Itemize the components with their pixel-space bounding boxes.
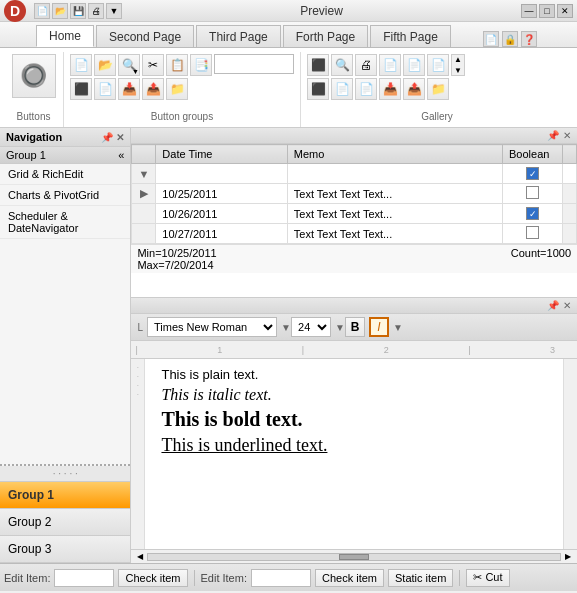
nav-close-icon[interactable]: ✕ — [116, 132, 124, 143]
row-3-memo[interactable]: Text Text Text Text... — [287, 224, 502, 244]
nav-group-1[interactable]: Group 1 — [0, 482, 130, 509]
gallery-btn-9[interactable]: 📄 — [355, 78, 377, 100]
gallery-btn-11[interactable]: 📤 — [403, 78, 425, 100]
sb-edit-input-2[interactable] — [251, 569, 311, 587]
grid-col-indicator — [132, 145, 156, 164]
ribbon-btn-2[interactable]: 📂 — [94, 54, 116, 76]
rt-font-dropdown[interactable]: ▼ — [281, 322, 287, 333]
rt-scrollbar[interactable] — [147, 553, 561, 561]
minimize-button[interactable]: — — [521, 4, 537, 18]
tab-icon-2[interactable]: 🔒 — [502, 31, 518, 47]
ribbon-btn-6[interactable]: 📑 — [190, 54, 212, 76]
rt-line-2: This is italic text. — [161, 386, 547, 404]
nav-group-3[interactable]: Group 3 — [0, 536, 130, 563]
ribbon-buttons-section: 🔘 Buttons — [4, 52, 64, 127]
nav-resize-handle[interactable]: · · · · · — [0, 466, 130, 482]
ribbon-btn-9[interactable]: 📥 — [118, 78, 140, 100]
rt-scroll-bar[interactable]: ◀ ▶ — [131, 549, 577, 563]
grid-col-datetime[interactable]: Date Time — [156, 145, 287, 164]
nav-item-grid[interactable]: Grid & RichEdit — [0, 164, 130, 185]
rt-toolbar-more[interactable]: ▼ — [393, 322, 403, 333]
row-2-checkbox[interactable] — [526, 207, 539, 220]
gallery-btn-12[interactable]: 📁 — [427, 78, 449, 100]
nav-collapse-icon[interactable]: « — [118, 149, 124, 161]
rt-scroll-v[interactable] — [563, 359, 577, 549]
row-3-date[interactable]: 10/27/2011 — [156, 224, 287, 244]
nav-item-charts[interactable]: Charts & PivotGrid — [0, 185, 130, 206]
row-1-memo[interactable]: Text Text Text Text... — [287, 184, 502, 204]
tab-forth-page[interactable]: Forth Page — [283, 25, 368, 47]
richtext-panel: 📌 ✕ L Times New Roman ▼ 24 ▼ B I ▼ | 1 |… — [131, 298, 577, 563]
gallery-btn-5[interactable]: 📄 — [403, 54, 425, 76]
nav-pin-icon[interactable]: 📌 — [101, 132, 113, 143]
grid-col-memo[interactable]: Memo — [287, 145, 502, 164]
ribbon-btn-10[interactable]: 📤 — [142, 78, 164, 100]
ribbon-btn-5[interactable]: 📋 — [166, 54, 188, 76]
new-icon[interactable]: 📄 — [34, 3, 50, 19]
rt-close-icon[interactable]: ✕ — [563, 300, 571, 311]
rt-size-dropdown[interactable]: ▼ — [335, 322, 341, 333]
tab-fifth-page[interactable]: Fifth Page — [370, 25, 451, 47]
ribbon-btn-4[interactable]: ✂ — [142, 54, 164, 76]
sb-edit-input-1[interactable] — [54, 569, 114, 587]
tab-icon-3[interactable]: ❓ — [521, 31, 537, 47]
gallery-scroll[interactable]: ▲ ▼ — [451, 54, 465, 76]
row-3-bool[interactable] — [503, 224, 563, 244]
row-3-checkbox[interactable] — [526, 226, 539, 239]
font-size-select[interactable]: 24 — [291, 317, 331, 337]
maximize-button[interactable]: □ — [539, 4, 555, 18]
gallery-btn-10[interactable]: 📥 — [379, 78, 401, 100]
rt-scroll-right[interactable]: ▶ — [561, 552, 575, 561]
gallery-btn-6[interactable]: 📄 — [427, 54, 449, 76]
rt-pin-icon[interactable]: 📌 — [547, 300, 559, 311]
row-2-date[interactable]: 10/26/2011 — [156, 204, 287, 224]
sb-static-btn[interactable]: Static item — [388, 569, 453, 587]
nav-group-2[interactable]: Group 2 — [0, 509, 130, 536]
rt-scroll-left[interactable]: ◀ — [133, 552, 147, 561]
filter-checkbox[interactable] — [526, 167, 539, 180]
row-1-checkbox[interactable] — [526, 186, 539, 199]
rt-content-area[interactable]: This is plain text. This is italic text.… — [145, 359, 563, 549]
nav-group-label: Group 1 — [6, 149, 46, 161]
ribbon-btn-3[interactable]: 🔍▼ — [118, 54, 140, 76]
gallery-btn-8[interactable]: 📄 — [331, 78, 353, 100]
nav-item-scheduler[interactable]: Scheduler & DateNavigator — [0, 206, 130, 239]
print-icon[interactable]: 🖨 — [88, 3, 104, 19]
open-icon[interactable]: 📂 — [52, 3, 68, 19]
ribbon-btn-11[interactable]: 📁 — [166, 78, 188, 100]
grid-pin-icon[interactable]: 📌 — [547, 130, 559, 141]
ribbon-text-input[interactable] — [214, 54, 294, 74]
sb-check-btn-2[interactable]: Check item — [315, 569, 384, 587]
gallery-btn-3[interactable]: 🖨 — [355, 54, 377, 76]
font-name-select[interactable]: Times New Roman — [147, 317, 277, 337]
tab-home[interactable]: Home — [36, 25, 94, 47]
nav-bottom-section: · · · · · Group 1 Group 2 Group 3 — [0, 464, 130, 563]
bold-button[interactable]: B — [345, 317, 365, 337]
save-icon[interactable]: 💾 — [70, 3, 86, 19]
ribbon-row-2: ⬛ 📄 📥 📤 📁 — [70, 78, 294, 100]
dropdown-icon[interactable]: ▼ — [106, 3, 122, 19]
gallery-btn-4[interactable]: 📄 — [379, 54, 401, 76]
gallery-btn-2[interactable]: 🔍 — [331, 54, 353, 76]
row-1-bool[interactable] — [503, 184, 563, 204]
tab-icon-1[interactable]: 📄 — [483, 31, 499, 47]
tab-third-page[interactable]: Third Page — [196, 25, 281, 47]
italic-button[interactable]: I — [369, 317, 389, 337]
gallery-btn-7[interactable]: ⬛ — [307, 78, 329, 100]
row-1-date[interactable]: 10/25/2011 — [156, 184, 287, 204]
sb-check-btn-1[interactable]: Check item — [118, 569, 187, 587]
grid-close-icon[interactable]: ✕ — [563, 130, 571, 141]
row-2-memo[interactable]: Text Text Text Text... — [287, 204, 502, 224]
close-button[interactable]: ✕ — [557, 4, 573, 18]
row-2-bool[interactable] — [503, 204, 563, 224]
ribbon-main-button[interactable]: 🔘 — [12, 54, 56, 98]
sb-cut-btn[interactable]: ✂ Cut — [466, 569, 509, 587]
ribbon-btn-8[interactable]: 📄 — [94, 78, 116, 100]
gallery-btn-1[interactable]: ⬛ — [307, 54, 329, 76]
ribbon-btn-1[interactable]: 📄 — [70, 54, 92, 76]
grid-col-boolean[interactable]: Boolean — [503, 145, 563, 164]
rt-scroll-thumb[interactable] — [339, 554, 369, 560]
rt-toolbar: L Times New Roman ▼ 24 ▼ B I ▼ — [131, 314, 577, 341]
tab-second-page[interactable]: Second Page — [96, 25, 194, 47]
ribbon-btn-7[interactable]: ⬛ — [70, 78, 92, 100]
